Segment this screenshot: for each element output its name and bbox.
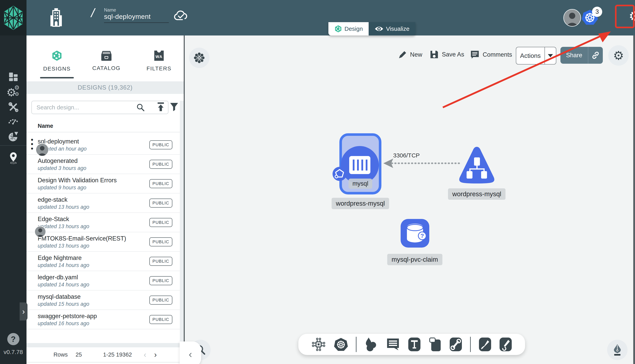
dashboard-icon[interactable] [0, 72, 27, 82]
design-row[interactable]: Autogeneratedupdated 3 hours agoPUBLIC [27, 155, 180, 174]
actions-button[interactable]: Actions [516, 47, 556, 64]
design-row[interactable]: Edge Nightmareupdated 14 hours agoPUBLIC [27, 252, 180, 271]
designs-swirl-icon [51, 50, 63, 61]
kubernetes-shapes-icon[interactable] [334, 337, 348, 352]
node-deployment-mysql[interactable]: mysql [339, 133, 381, 194]
shapes-toolbar [298, 334, 525, 355]
tab-visualize[interactable]: Visualize [369, 22, 415, 36]
extensions-icon[interactable] [0, 131, 27, 142]
design-name: ledger-db.yaml [38, 274, 78, 281]
sidebar-expand-handle[interactable]: › [20, 302, 28, 320]
wasm-filter-icon: WA [154, 50, 164, 61]
share-button[interactable]: Share [560, 47, 603, 64]
design-name: Design With Validation Errors [38, 177, 117, 184]
design-row[interactable]: mysql-databaseupdated 15 hours agoPUBLIC [27, 290, 180, 310]
text-tool-icon[interactable] [408, 337, 421, 352]
design-name: edge-stack [38, 196, 68, 203]
freehand-draw-icon[interactable] [499, 337, 512, 352]
visibility-badge: PUBLIC [149, 276, 172, 285]
toolbar-divider [356, 337, 356, 352]
owner-avatar [36, 143, 49, 156]
rows-per-page-select[interactable]: 25 [76, 352, 89, 358]
catalog-archive-icon [101, 50, 112, 61]
rectangle-shapes-icon[interactable] [429, 337, 442, 352]
comments-button[interactable]: Comments [470, 50, 512, 60]
container-chip: mysql [349, 178, 372, 189]
help-icon[interactable]: ? [0, 333, 27, 345]
filter-funnel-icon[interactable] [169, 102, 179, 112]
design-canvas[interactable]: New Save As Comments Actions Shar [185, 36, 635, 364]
panel-footer-strip [27, 343, 184, 347]
visibility-badge: PUBLIC [149, 315, 172, 324]
prev-page-icon[interactable]: ‹ [144, 350, 146, 359]
save-as-button[interactable]: Save As [430, 50, 464, 59]
actions-dropdown-icon[interactable] [545, 54, 556, 57]
design-name-value[interactable]: sql-deployment [104, 13, 169, 23]
breadcrumb-slash: / [90, 6, 96, 20]
copy-link-icon[interactable] [588, 51, 603, 59]
panel-tab-designs[interactable]: DESIGNS [35, 43, 79, 78]
new-design-button[interactable]: New [398, 50, 422, 59]
name-column-header: Name [38, 123, 53, 129]
design-name-field[interactable]: Name sql-deployment [104, 8, 169, 23]
design-updated: updated 13 hours ago [38, 243, 89, 249]
edge-port-label: 3306/TCP [393, 152, 420, 159]
design-row[interactable]: Edge-Stackupdated 13 hours agoPUBLIC [27, 213, 180, 232]
design-updated: updated 16 hours ago [38, 320, 89, 326]
search-input[interactable] [31, 101, 168, 114]
design-row[interactable]: edge-stackupdated 13 hours agoPUBLIC [27, 194, 180, 213]
tab-design[interactable]: Design [328, 22, 369, 36]
panel-scrollbar[interactable] [180, 101, 184, 364]
pen-arrow-tool-icon[interactable] [479, 337, 492, 352]
kanvas-pin-icon[interactable] [0, 152, 27, 164]
svg-text:WA: WA [155, 54, 162, 59]
design-row[interactable]: sql-deploymentupdated an hour agoPUBLIC•… [27, 135, 180, 155]
performance-icon[interactable] [0, 116, 27, 125]
pvc-node-label: mysql-pvc-claim [387, 254, 443, 265]
edge-layer [185, 36, 635, 364]
page-scrollbar[interactable] [633, 36, 635, 364]
eye-icon [374, 26, 383, 32]
node-service-wordpress[interactable] [457, 145, 496, 184]
pencil-icon [398, 50, 407, 59]
upload-design-icon[interactable] [156, 102, 165, 112]
design-row[interactable]: swagger-petstore-appupdated 16 hours ago… [27, 310, 180, 329]
design-swirl-icon [334, 25, 342, 33]
comments-icon [470, 50, 480, 60]
visibility-badge: PUBLIC [149, 237, 172, 246]
components-icon[interactable] [311, 337, 326, 352]
next-page-icon[interactable]: › [154, 350, 157, 359]
design-row[interactable]: Design With Validation Errorsupdated 9 h… [27, 174, 180, 194]
user-avatar[interactable] [563, 9, 581, 27]
visibility-badge: PUBLIC [149, 218, 172, 227]
search-icon [136, 103, 145, 112]
layout-options-button[interactable] [189, 48, 209, 68]
relationship-link-icon[interactable] [449, 337, 462, 352]
visibility-badge: PUBLIC [149, 198, 172, 208]
panel-tab-filters[interactable]: WA FILTERS [137, 43, 180, 78]
design-list: sql-deploymentupdated an hour agoPUBLIC•… [27, 135, 180, 329]
design-row[interactable]: ledger-db.yamlupdated 14 hours agoPUBLIC [27, 271, 180, 290]
design-row[interactable]: FMTOK8S-Email-Service(REST)updated 13 ho… [27, 232, 180, 252]
row-menu-icon[interactable]: ••• [31, 138, 33, 151]
panel-tab-catalog[interactable]: CATALOG [85, 43, 128, 78]
meshery-logo[interactable] [0, 0, 27, 36]
context-count-badge: 3 [592, 7, 602, 17]
panel-collapse-handle[interactable]: ‹ [180, 342, 201, 364]
annotation-comment-icon[interactable] [386, 337, 400, 352]
mode-tabs: Design Visualize [328, 22, 415, 36]
pagination: Rows 25 1-25 19362 ‹ › [27, 347, 184, 362]
building-icon[interactable] [50, 8, 62, 27]
visibility-badge: PUBLIC [149, 296, 172, 304]
pen-mode-button[interactable] [607, 340, 627, 360]
service-node-label: wordpress-mysql [448, 188, 505, 200]
canvas-settings-button[interactable]: ⚙ [608, 45, 629, 66]
settings-gear-icon[interactable]: ⚙ [629, 8, 635, 24]
lifecycle-gears-icon[interactable]: ⚙ ⚙ ⚙ [0, 86, 27, 98]
design-name: mysql-database [38, 293, 81, 300]
design-updated: updated 13 hours ago [38, 224, 89, 230]
node-pvc-claim[interactable]: ? [401, 219, 429, 248]
shapes-icon[interactable] [364, 337, 378, 352]
kubernetes-context-icon[interactable]: 3 [581, 10, 598, 26]
configuration-tools-icon[interactable] [0, 102, 27, 112]
